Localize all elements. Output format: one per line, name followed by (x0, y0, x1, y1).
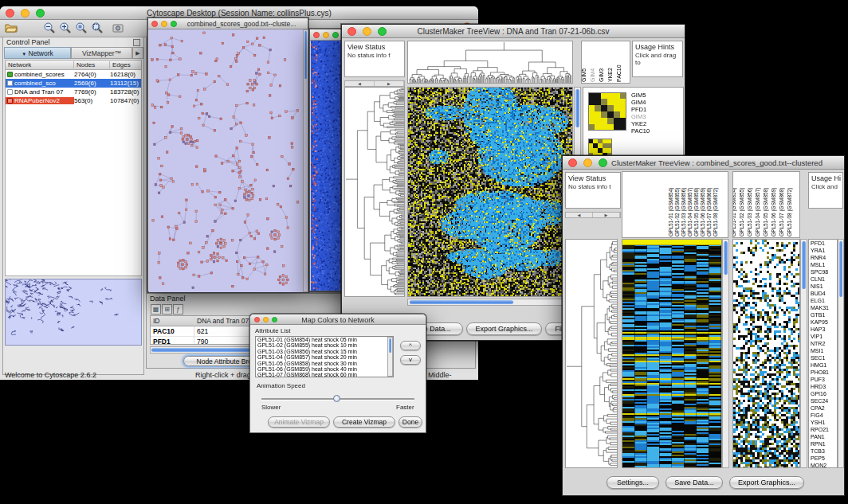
gene-label[interactable]: PHO81 (809, 369, 837, 376)
gene-label[interactable]: MAK31 (809, 304, 837, 311)
close-button[interactable] (347, 27, 356, 36)
attribute-list-item[interactable]: GPL51-04 (GSM857) heat shock 20 min (256, 354, 393, 360)
network-list-header[interactable]: Network Nodes Edges (6, 61, 141, 70)
gene-label[interactable]: RNR4 (809, 254, 837, 261)
zoom-selected-icon[interactable] (75, 21, 88, 34)
heatmap-vscroll-thumb[interactable] (575, 89, 579, 127)
tab-network[interactable]: ▼ Network (4, 47, 71, 59)
gene-label[interactable]: HMG1 (809, 361, 837, 369)
gene-label[interactable]: PEP5 (809, 455, 837, 462)
attribute-select-icon[interactable]: ▦ (151, 304, 161, 315)
minimize-button[interactable] (263, 317, 269, 322)
heatmap-panel[interactable] (407, 87, 573, 297)
scroll-left-icon[interactable]: ◀ (566, 213, 593, 217)
gene-label[interactable]: FIG4 (809, 412, 837, 419)
attribute-list-item[interactable]: GPL51-06 (GSM859) heat shock 40 min (256, 366, 393, 372)
scroll-right-icon[interactable]: ▶ (375, 81, 404, 86)
network-canvas-area[interactable] (149, 29, 308, 292)
birdseye-panel[interactable] (5, 279, 142, 346)
attribute-list-item[interactable]: GPL51-03 (GSM856) heat shock 15 min (256, 349, 393, 354)
gene-label[interactable]: PUF3 (809, 376, 837, 383)
gene-label[interactable]: PFD1 (809, 240, 837, 247)
attribute-list-item[interactable]: GPL51-01 (GSM854) heat shock 05 min (256, 337, 393, 342)
network-list-row[interactable]: combined_sco 2569(6) 13112(15) (6, 79, 141, 88)
heatmap-main-panel[interactable] (622, 239, 722, 468)
gene-label[interactable]: VIP1 (809, 333, 837, 340)
gene-dendrogram-panel[interactable] (344, 87, 405, 297)
network-canvas[interactable] (149, 29, 303, 292)
minimize-button[interactable] (323, 32, 329, 38)
attribute-listbox[interactable]: GPL51-01 (GSM854) heat shock 05 minGPL51… (255, 336, 394, 377)
gene-dendrogram-canvas[interactable] (345, 88, 404, 296)
zoom-in-icon[interactable] (59, 21, 72, 34)
correlation-matrix-canvas[interactable] (588, 92, 626, 131)
snapshot-icon[interactable] (112, 21, 124, 34)
birdseye-canvas[interactable] (6, 279, 141, 345)
gene-label[interactable]: NIS1 (809, 283, 837, 290)
attribute-list-vscroll-thumb[interactable] (389, 338, 391, 353)
function-icon[interactable]: ƒ (173, 304, 183, 315)
export-graphics-button[interactable]: Export Graphics... (466, 322, 542, 335)
minimize-button[interactable] (583, 158, 592, 167)
network-list-row[interactable]: DNA and Tran 07 7769(0) 183728(0) (6, 88, 141, 96)
attribute-list-item[interactable]: GPL51-05 (GSM858) heat shock 30 min (256, 361, 393, 366)
gene-label[interactable]: SEC1 (809, 354, 837, 361)
network-view-titlebar[interactable]: combined_scores_good.txt--cluste... (148, 18, 308, 29)
gene-label[interactable]: PAN1 (809, 433, 837, 440)
gene-label[interactable]: NTR2 (809, 340, 837, 347)
move-up-button[interactable]: ^ (400, 341, 421, 350)
gene-label[interactable]: TCB3 (809, 447, 837, 455)
heatmap-main-vscroll-thumb[interactable] (724, 241, 728, 275)
heatmap-canvas[interactable] (408, 88, 572, 296)
gene-list-vscrollbar[interactable] (838, 239, 844, 468)
gene-label[interactable]: HRD3 (809, 383, 837, 390)
gene-label[interactable]: MSL1 (809, 261, 837, 268)
gene-label[interactable]: ELG1 (809, 297, 837, 304)
zoom-button[interactable] (171, 21, 177, 27)
scroll-right-icon[interactable]: ▶ (593, 213, 620, 217)
treeview-dna-titlebar[interactable]: ClusterMaker TreeView : DNA and Tran 07-… (342, 25, 685, 38)
close-button[interactable] (568, 158, 577, 167)
gene-dendrogram-canvas[interactable] (566, 240, 617, 467)
gene-dendrogram-panel[interactable] (565, 239, 618, 468)
gene-label[interactable]: KAP95 (809, 318, 837, 326)
status-mini-scrollbar[interactable]: ◀ ▶ (344, 80, 405, 87)
zoom-fit-icon[interactable] (91, 21, 104, 34)
array-dendrogram-panel[interactable] (407, 41, 573, 84)
zoom-out-icon[interactable] (43, 21, 56, 34)
gene-label[interactable]: GPI16 (809, 390, 837, 397)
network-vscroll-thumb[interactable] (304, 31, 307, 79)
gene-label[interactable]: RPN1 (809, 440, 837, 447)
network-vscrollbar[interactable] (303, 29, 308, 292)
heatmap-hscrollbar[interactable] (407, 299, 573, 306)
gene-label[interactable]: YSH1 (809, 419, 837, 426)
tab-overflow-arrow[interactable]: ▶ (132, 47, 143, 59)
gene-label[interactable]: CLN1 (809, 275, 837, 283)
minimize-button[interactable] (363, 27, 371, 36)
network-list-row[interactable]: RNAPuberNov2 563(0) 107847(0) (6, 96, 141, 105)
treeview-combined-titlebar[interactable]: ClusterMaker TreeView : combined_scores_… (563, 156, 844, 170)
attribute-grid-icon[interactable]: ⊞ (162, 304, 172, 315)
float-panel-icon[interactable] (133, 39, 140, 46)
heatmap-zoom-canvas[interactable] (733, 240, 799, 467)
animate-vizmap-button[interactable]: Animate Vizmap (268, 416, 330, 428)
heatmap-zoom-vscrollbar[interactable] (800, 239, 807, 468)
array-dendrogram-canvas[interactable] (408, 41, 572, 83)
animation-speed-slider[interactable] (261, 395, 414, 403)
save-data-button[interactable]: Save Data... (665, 476, 723, 489)
heatmap-main-vscrollbar[interactable] (722, 239, 729, 468)
gene-list-vscroll-thumb[interactable] (839, 241, 842, 297)
gene-label[interactable]: CPA2 (809, 404, 837, 412)
close-button[interactable] (6, 9, 14, 18)
slider-thumb[interactable] (333, 395, 340, 402)
gene-label[interactable]: MSI1 (809, 347, 837, 354)
attribute-list-item[interactable]: GPL51-07 (GSM868) heat shock 60 min (256, 372, 393, 377)
heatmap-zoom-vscroll-thumb[interactable] (802, 241, 806, 289)
move-down-button[interactable]: v (400, 355, 421, 365)
open-folder-icon[interactable] (5, 21, 18, 34)
tab-vizmapper[interactable]: VizMapper™ (71, 47, 132, 59)
dialog-titlebar[interactable]: Map Colors to Network (250, 315, 426, 325)
close-button[interactable] (313, 32, 320, 38)
minimize-button[interactable] (21, 9, 29, 18)
gene-label[interactable]: YRA1 (809, 247, 837, 254)
